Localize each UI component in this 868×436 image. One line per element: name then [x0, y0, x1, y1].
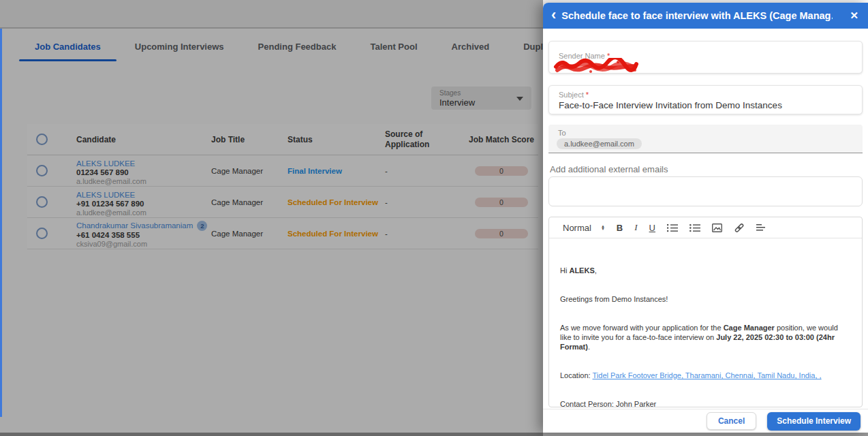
italic-icon[interactable]: I	[634, 222, 637, 233]
underline-icon[interactable]: U	[649, 223, 655, 233]
panel-footer: Cancel Schedule Interview	[543, 409, 868, 433]
panel-header: ‹ Schedule face to face interview with A…	[543, 3, 868, 29]
required-asterisk: *	[586, 91, 589, 99]
location-link[interactable]: Tidel Park Footover Bridge, Tharamani, C…	[593, 371, 822, 379]
email-body-content[interactable]: Hi ALEKS, Greetings from Demo Instances!…	[549, 238, 862, 407]
close-icon[interactable]: ✕	[850, 10, 858, 22]
format-select-arrows-icon: ▲▼	[601, 225, 605, 230]
intro-line: Greetings from Demo Instances!	[560, 294, 851, 304]
bold-icon[interactable]: B	[617, 223, 623, 233]
greeting-line: Hi ALEKS,	[560, 266, 851, 275]
bullet-list-icon[interactable]	[689, 223, 700, 232]
schedule-interview-button[interactable]: Schedule Interview	[767, 412, 861, 431]
window-edge-accent	[0, 29, 2, 417]
ordered-list-icon[interactable]	[667, 223, 678, 232]
additional-emails-label: Add additional external emails	[550, 164, 668, 174]
subject-label: Subject *	[559, 91, 589, 99]
redacted-sender-value	[553, 58, 642, 74]
format-select[interactable]: Normal ▲▼	[563, 223, 605, 233]
cancel-button[interactable]: Cancel	[707, 412, 756, 430]
subject-field[interactable]: Subject * Face-to-Face Interview Invitat…	[548, 85, 863, 114]
app-root: Job Candidates Upcoming Interviews Pendi…	[0, 0, 868, 436]
to-field[interactable]: To a.ludkee@email.com	[548, 125, 863, 153]
subject-value: Face-to-Face Interview Invitation from D…	[559, 100, 782, 110]
email-body-editor: Normal ▲▼ B I U	[548, 217, 863, 407]
align-left-icon[interactable]	[756, 223, 766, 232]
back-icon[interactable]: ‹	[551, 7, 556, 22]
to-label: To	[558, 129, 566, 137]
panel-title: Schedule face to face interview with ALE…	[561, 10, 833, 21]
contact-person-line: Contact Person: John Parker	[560, 399, 851, 407]
recipient-chip: a.ludkee@email.com	[557, 138, 642, 149]
additional-emails-input[interactable]	[548, 176, 863, 206]
invitation-paragraph: As we move forward with your application…	[560, 323, 851, 352]
location-line: Location: Tidel Park Footover Bridge, Th…	[560, 371, 851, 380]
image-icon[interactable]	[712, 223, 722, 232]
modal-backdrop[interactable]	[0, 0, 543, 436]
editor-toolbar: Normal ▲▼ B I U	[549, 217, 862, 238]
link-icon[interactable]	[734, 223, 745, 233]
sender-name-field[interactable]: Sender Name *	[548, 41, 863, 74]
schedule-interview-panel: ‹ Schedule face to face interview with A…	[543, 3, 868, 433]
